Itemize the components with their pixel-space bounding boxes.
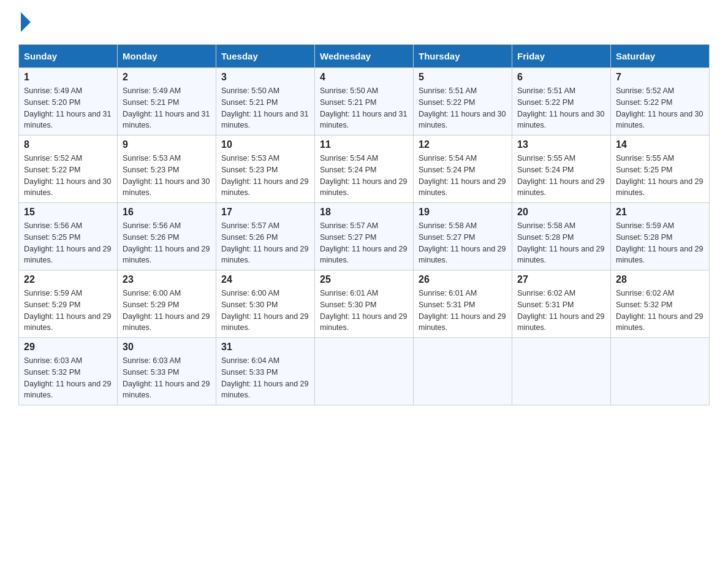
calendar-cell: 5 Sunrise: 5:51 AMSunset: 5:22 PMDayligh… [414,68,512,136]
day-info: Sunrise: 6:01 AMSunset: 5:30 PMDaylight:… [320,289,407,332]
calendar-cell: 2 Sunrise: 5:49 AMSunset: 5:21 PMDayligh… [118,68,216,136]
calendar-cell: 12 Sunrise: 5:54 AMSunset: 5:24 PMDaylig… [414,136,512,203]
calendar-cell: 28 Sunrise: 6:02 AMSunset: 5:32 PMDaylig… [611,270,710,338]
header-monday: Monday [118,45,216,68]
day-info: Sunrise: 5:59 AMSunset: 5:28 PMDaylight:… [616,221,703,264]
calendar-cell: 10 Sunrise: 5:53 AMSunset: 5:23 PMDaylig… [216,136,315,203]
calendar-cell: 22 Sunrise: 5:59 AMSunset: 5:29 PMDaylig… [19,270,118,338]
day-number: 14 [616,139,704,150]
calendar-header-row: SundayMondayTuesdayWednesdayThursdayFrid… [19,45,710,68]
day-number: 11 [320,139,408,150]
day-number: 23 [123,274,211,285]
day-info: Sunrise: 5:54 AMSunset: 5:24 PMDaylight:… [320,154,407,197]
day-info: Sunrise: 5:52 AMSunset: 5:22 PMDaylight:… [24,154,111,197]
day-info: Sunrise: 5:52 AMSunset: 5:22 PMDaylight:… [616,86,703,129]
day-info: Sunrise: 6:01 AMSunset: 5:31 PMDaylight:… [419,289,506,332]
day-info: Sunrise: 6:02 AMSunset: 5:31 PMDaylight:… [517,289,604,332]
day-info: Sunrise: 6:03 AMSunset: 5:32 PMDaylight:… [24,356,111,399]
calendar-week-row: 8 Sunrise: 5:52 AMSunset: 5:22 PMDayligh… [19,136,710,203]
logo-triangle-icon [21,12,31,32]
day-info: Sunrise: 5:56 AMSunset: 5:25 PMDaylight:… [24,221,111,264]
day-info: Sunrise: 5:59 AMSunset: 5:29 PMDaylight:… [24,289,111,332]
day-info: Sunrise: 6:03 AMSunset: 5:33 PMDaylight:… [123,356,210,399]
calendar-week-row: 22 Sunrise: 5:59 AMSunset: 5:29 PMDaylig… [19,270,710,338]
calendar-cell [512,338,611,405]
day-number: 3 [221,72,309,83]
calendar-cell: 8 Sunrise: 5:52 AMSunset: 5:22 PMDayligh… [19,136,118,203]
calendar-cell: 13 Sunrise: 5:55 AMSunset: 5:24 PMDaylig… [512,136,611,203]
day-number: 29 [24,342,112,353]
day-number: 1 [24,72,112,83]
calendar-cell: 31 Sunrise: 6:04 AMSunset: 5:33 PMDaylig… [216,338,315,405]
day-info: Sunrise: 5:53 AMSunset: 5:23 PMDaylight:… [123,154,210,197]
day-info: Sunrise: 5:57 AMSunset: 5:27 PMDaylight:… [320,221,407,264]
calendar-cell [414,338,512,405]
day-number: 5 [419,72,507,83]
calendar-cell: 11 Sunrise: 5:54 AMSunset: 5:24 PMDaylig… [315,136,414,203]
day-number: 2 [123,72,211,83]
header-friday: Friday [512,45,611,68]
calendar-week-row: 29 Sunrise: 6:03 AMSunset: 5:32 PMDaylig… [19,338,710,405]
day-number: 15 [24,207,112,218]
day-info: Sunrise: 5:55 AMSunset: 5:25 PMDaylight:… [616,154,703,197]
day-info: Sunrise: 5:58 AMSunset: 5:28 PMDaylight:… [517,221,604,264]
day-number: 20 [517,207,605,218]
header-thursday: Thursday [414,45,512,68]
day-info: Sunrise: 5:56 AMSunset: 5:26 PMDaylight:… [123,221,210,264]
day-number: 9 [123,139,211,150]
day-info: Sunrise: 5:50 AMSunset: 5:21 PMDaylight:… [320,86,407,129]
day-info: Sunrise: 5:50 AMSunset: 5:21 PMDaylight:… [221,86,308,129]
calendar-cell: 1 Sunrise: 5:49 AMSunset: 5:20 PMDayligh… [19,68,118,136]
day-info: Sunrise: 5:53 AMSunset: 5:23 PMDaylight:… [221,154,308,197]
calendar-cell: 14 Sunrise: 5:55 AMSunset: 5:25 PMDaylig… [611,136,710,203]
calendar-week-row: 1 Sunrise: 5:49 AMSunset: 5:20 PMDayligh… [19,68,710,136]
day-info: Sunrise: 6:04 AMSunset: 5:33 PMDaylight:… [221,356,308,399]
day-info: Sunrise: 6:00 AMSunset: 5:29 PMDaylight:… [123,289,210,332]
day-number: 24 [221,274,309,285]
day-number: 27 [517,274,605,285]
calendar-cell: 20 Sunrise: 5:58 AMSunset: 5:28 PMDaylig… [512,203,611,270]
day-info: Sunrise: 5:54 AMSunset: 5:24 PMDaylight:… [419,154,506,197]
calendar-cell: 24 Sunrise: 6:00 AMSunset: 5:30 PMDaylig… [216,270,315,338]
header-wednesday: Wednesday [315,45,414,68]
calendar-cell: 25 Sunrise: 6:01 AMSunset: 5:30 PMDaylig… [315,270,414,338]
calendar-table: SundayMondayTuesdayWednesdayThursdayFrid… [18,44,710,405]
day-number: 19 [419,207,507,218]
day-number: 10 [221,139,309,150]
calendar-cell: 16 Sunrise: 5:56 AMSunset: 5:26 PMDaylig… [118,203,216,270]
day-info: Sunrise: 5:51 AMSunset: 5:22 PMDaylight:… [419,86,506,129]
calendar-cell: 7 Sunrise: 5:52 AMSunset: 5:22 PMDayligh… [611,68,710,136]
calendar-cell: 9 Sunrise: 5:53 AMSunset: 5:23 PMDayligh… [118,136,216,203]
calendar-cell [611,338,710,405]
logo [18,12,31,32]
day-number: 7 [616,72,704,83]
day-number: 21 [616,207,704,218]
day-info: Sunrise: 6:00 AMSunset: 5:30 PMDaylight:… [221,289,308,332]
day-info: Sunrise: 6:02 AMSunset: 5:32 PMDaylight:… [616,289,703,332]
calendar-cell: 6 Sunrise: 5:51 AMSunset: 5:22 PMDayligh… [512,68,611,136]
day-info: Sunrise: 5:57 AMSunset: 5:26 PMDaylight:… [221,221,308,264]
calendar-cell [315,338,414,405]
day-info: Sunrise: 5:58 AMSunset: 5:27 PMDaylight:… [419,221,506,264]
day-number: 28 [616,274,704,285]
day-number: 16 [123,207,211,218]
day-number: 22 [24,274,112,285]
calendar-cell: 3 Sunrise: 5:50 AMSunset: 5:21 PMDayligh… [216,68,315,136]
day-number: 8 [24,139,112,150]
day-number: 26 [419,274,507,285]
day-number: 17 [221,207,309,218]
day-number: 6 [517,72,605,83]
calendar-cell: 30 Sunrise: 6:03 AMSunset: 5:33 PMDaylig… [118,338,216,405]
day-number: 30 [123,342,211,353]
calendar-cell: 4 Sunrise: 5:50 AMSunset: 5:21 PMDayligh… [315,68,414,136]
calendar-cell: 18 Sunrise: 5:57 AMSunset: 5:27 PMDaylig… [315,203,414,270]
header-saturday: Saturday [611,45,710,68]
calendar-cell: 21 Sunrise: 5:59 AMSunset: 5:28 PMDaylig… [611,203,710,270]
day-number: 31 [221,342,309,353]
calendar-week-row: 15 Sunrise: 5:56 AMSunset: 5:25 PMDaylig… [19,203,710,270]
page-header [18,12,710,32]
day-info: Sunrise: 5:55 AMSunset: 5:24 PMDaylight:… [517,154,604,197]
day-number: 4 [320,72,408,83]
day-number: 25 [320,274,408,285]
header-tuesday: Tuesday [216,45,315,68]
